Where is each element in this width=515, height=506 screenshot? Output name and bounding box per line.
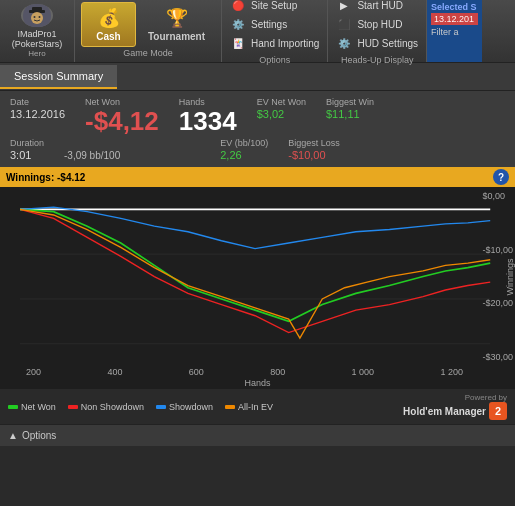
legend-non-showdown: Non Showdown (68, 402, 144, 412)
hero-section: IMadPro1 (PokerStars) Hero (0, 0, 75, 62)
allin-ev-dot (225, 405, 235, 409)
game-mode-label: Game Mode (81, 47, 215, 58)
showdown-legend-label: Showdown (169, 402, 213, 412)
date-label: Date (10, 97, 65, 107)
bb100-block: -3,09 bb/100 (64, 138, 120, 161)
hand-importing-label: Hand Importing (251, 38, 319, 49)
svg-point-5 (39, 16, 41, 18)
legend-area: Net Won Non Showdown Showdown All-In EV … (0, 389, 515, 424)
net-won-block: Net Won -$4,12 (85, 97, 159, 134)
chart-x-title: Hands (0, 377, 515, 389)
biggest-loss-block: Biggest Loss -$10,00 (288, 138, 340, 161)
version-badge: 2 (489, 402, 507, 420)
cash-icon: 💰 (98, 7, 120, 29)
non-showdown-dot (68, 405, 78, 409)
filter-button[interactable]: Filter a (431, 27, 478, 37)
biggest-loss-label: Biggest Loss (288, 138, 340, 148)
cash-mode-button[interactable]: 💰 Cash (81, 2, 136, 47)
svg-point-4 (34, 16, 36, 18)
x-label-800: 800 (270, 367, 285, 377)
showdown-dot (156, 405, 166, 409)
duration-block: Duration 3:01 (10, 138, 44, 161)
legend-allin-ev: All-In EV (225, 402, 273, 412)
settings-item[interactable]: ⚙️ Settings (230, 16, 319, 32)
ev-bb100-value: 2,26 (220, 149, 268, 161)
site-setup-label: Site Setup (251, 0, 297, 11)
x-label-200: 200 (26, 367, 41, 377)
hud-settings-label: HUD Settings (357, 38, 418, 49)
stop-hud-icon: ⬛ (336, 16, 352, 32)
game-mode-section: 💰 Cash 🏆 Tournament Game Mode (75, 0, 222, 62)
allin-ev-legend-label: All-In EV (238, 402, 273, 412)
bb100-spacer (64, 138, 120, 148)
ev-net-won-block: EV Net Won $3,02 (257, 97, 306, 120)
duration-value: 3:01 (10, 149, 44, 161)
y-label-0: $0,00 (482, 191, 513, 201)
selected-label: Selected S (431, 2, 478, 12)
hud-settings-item[interactable]: ⚙️ HUD Settings (336, 35, 418, 51)
y-label-1: -$10,00 (482, 245, 513, 255)
chart-wrap: $0,00 -$10,00 -$20,00 -$30,00 Winnings (0, 187, 515, 366)
date-block: Date 13.12.2016 (10, 97, 65, 120)
chart-svg (20, 187, 515, 366)
tournament-icon: 🏆 (166, 7, 188, 29)
x-label-400: 400 (107, 367, 122, 377)
chart-help-button[interactable]: ? (493, 169, 509, 185)
net-won-legend-label: Net Won (21, 402, 56, 412)
ev-net-won-label: EV Net Won (257, 97, 306, 107)
options-section: 🔴 Site Setup ⚙️ Settings 🃏 Hand Importin… (222, 0, 328, 62)
hand-importing-icon: 🃏 (230, 35, 246, 51)
hand-importing-item[interactable]: 🃏 Hand Importing (230, 35, 319, 51)
toolbar: IMadPro1 (PokerStars) Hero 💰 Cash 🏆 Tour… (0, 0, 515, 63)
options-label: Options (230, 54, 319, 65)
hero-name: IMadPro1 (17, 29, 56, 39)
hero-label: Hero (28, 49, 45, 58)
session-summary-tab[interactable]: Session Summary (0, 65, 117, 89)
cash-label: Cash (96, 31, 120, 42)
powered-label: Powered by (465, 393, 507, 402)
site-setup-icon: 🔴 (230, 0, 246, 13)
start-hud-item[interactable]: ▶ Start HUD (336, 0, 418, 13)
date-value: 13.12.2016 (10, 108, 65, 120)
hud-section: ▶ Start HUD ⬛ Stop HUD ⚙️ HUD Settings H… (328, 0, 427, 62)
tournament-label: Tournament (148, 31, 205, 42)
product-name: Hold'em Manager (403, 406, 486, 417)
y-label-3: -$30,00 (482, 352, 513, 362)
stop-hud-item[interactable]: ⬛ Stop HUD (336, 16, 418, 32)
chart-header: Winnings: -$4.12 ? (0, 167, 515, 187)
legend-showdown: Showdown (156, 402, 213, 412)
hands-value: 1334 (179, 108, 237, 134)
winnings-y-label: Winnings (505, 258, 515, 295)
options-button[interactable]: ▲ Options (8, 430, 56, 441)
start-hud-icon: ▶ (336, 0, 352, 13)
bottom-bar: ▲ Options (0, 424, 515, 446)
options-label: Options (22, 430, 56, 441)
stats-top-row: Date 13.12.2016 Net Won -$4,12 Hands 133… (0, 91, 515, 136)
biggest-win-label: Biggest Win (326, 97, 374, 107)
stats-bottom-row: Duration 3:01 -3,09 bb/100 EV (bb/100) 2… (0, 136, 515, 167)
biggest-win-block: Biggest Win $11,11 (326, 97, 374, 120)
y-label-2: -$20,00 (482, 298, 513, 308)
biggest-loss-value: -$10,00 (288, 149, 340, 161)
hud-settings-icon: ⚙️ (336, 35, 352, 51)
net-won-dot (8, 405, 18, 409)
powered-by: Powered by Hold'em Manager 2 (403, 393, 507, 420)
ev-bb100-label: EV (bb/100) (220, 138, 268, 148)
settings-label: Settings (251, 19, 287, 30)
tournament-mode-button[interactable]: 🏆 Tournament (138, 2, 215, 47)
svg-point-3 (31, 12, 43, 24)
duration-label: Duration (10, 138, 44, 148)
svg-rect-2 (32, 7, 42, 11)
net-won-value: -$4,12 (85, 108, 159, 134)
ev-bb100-block: EV (bb/100) 2,26 (220, 138, 268, 161)
biggest-win-value: $11,11 (326, 108, 374, 120)
chart-x-labels: 200 400 600 800 1 000 1 200 (0, 366, 515, 377)
legend-items: Net Won Non Showdown Showdown All-In EV (8, 402, 273, 412)
legend-net-won: Net Won (8, 402, 56, 412)
bb100-value: -3,09 bb/100 (64, 150, 120, 161)
hm2-logo: Hold'em Manager 2 (403, 402, 507, 420)
ev-net-won-value: $3,02 (257, 108, 306, 120)
site-setup-item[interactable]: 🔴 Site Setup (230, 0, 319, 13)
selected-date: 13.12.201 (431, 13, 478, 25)
hud-display-label: Heads-Up Display (336, 54, 418, 65)
